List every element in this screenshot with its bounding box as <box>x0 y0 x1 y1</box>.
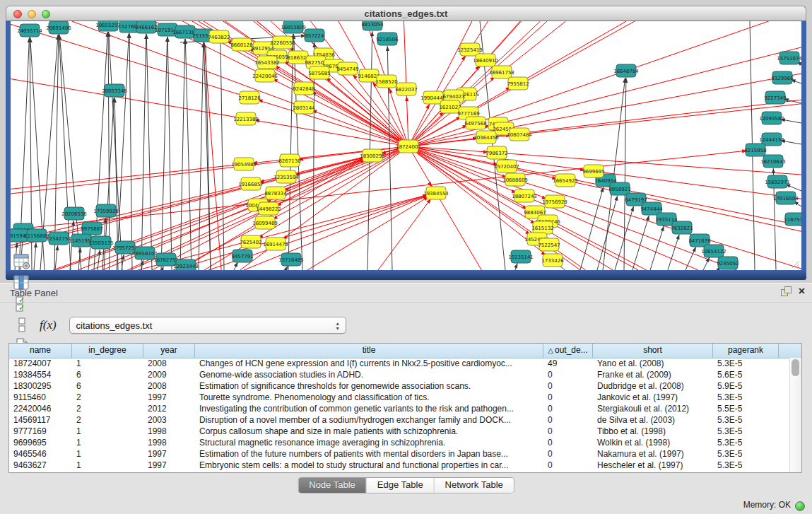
float-panel-icon[interactable] <box>781 286 792 296</box>
function-builder-icon[interactable]: f(x) <box>40 318 57 332</box>
graph-node[interactable]: 9227349 <box>764 91 786 104</box>
graph-node[interactable]: 17359928 <box>93 204 119 217</box>
graph-node[interactable]: 7632621 <box>671 221 693 234</box>
graph-node[interactable]: 2803144 <box>293 101 315 114</box>
graph-node[interactable]: 12093582 <box>759 112 784 124</box>
graph-node[interactable]: 2718126 <box>238 91 261 104</box>
graph-node[interactable]: 19054985 <box>231 158 257 170</box>
graph-node[interactable]: 10654122 <box>701 245 726 257</box>
column-header-pagerank[interactable]: pagerank <box>713 344 779 358</box>
graph-node[interactable]: 10688609 <box>502 173 528 186</box>
close-panel-icon[interactable]: × <box>799 286 805 296</box>
table-row[interactable]: 1830029562008Estimation of significance … <box>9 380 790 392</box>
column-header-name[interactable]: name <box>9 344 72 358</box>
graph-node[interactable]: 9218506 <box>376 33 399 45</box>
graph-node[interactable]: 8215958 <box>744 144 766 156</box>
graph-node[interactable]: 7625402 <box>240 235 261 248</box>
graph-node[interactable]: 9466162 <box>135 21 157 33</box>
column-header-in-degree[interactable]: in_degree <box>72 344 143 358</box>
column-header-year[interactable]: year <box>143 344 195 358</box>
tab-node-table[interactable]: Node Table <box>298 478 367 493</box>
table-row[interactable]: 977716911998Corpus callosum shape and si… <box>9 426 790 437</box>
graph-node[interactable]: 10655257 <box>95 21 121 31</box>
graph-node[interactable]: 24055714 <box>17 24 42 37</box>
table-select-combobox[interactable]: citations_edges.txt ▲▼ <box>69 317 346 334</box>
graph-node[interactable]: 12353594 <box>273 170 299 183</box>
graph-node[interactable]: 7522547 <box>538 238 560 251</box>
graph-node[interactable]: 12213389 <box>233 112 259 125</box>
graph-node[interactable]: 16914479 <box>263 238 288 250</box>
select-all-icon[interactable]: ✓✓ <box>11 293 33 315</box>
graph-node[interactable]: 15692971 <box>765 175 790 188</box>
graph-node[interactable]: 18300295 <box>360 149 385 162</box>
table-vertical-scrollbar[interactable] <box>789 358 801 472</box>
graph-node[interactable]: 9975887 <box>81 222 102 235</box>
graph-node[interactable]: 12923448 <box>173 259 199 270</box>
graph-node[interactable]: 8813054 <box>361 21 384 30</box>
graph-node[interactable]: 1167533 <box>784 213 801 226</box>
tab-network-table[interactable]: Network Table <box>435 478 514 493</box>
column-header-out-de-[interactable]: △out_de... <box>543 344 593 358</box>
graph-node[interactable]: 9245052 <box>717 257 739 269</box>
network-view-canvas[interactable]: 2405571420691406106552571527602946616210… <box>11 21 801 270</box>
table-settings-icon[interactable] <box>11 251 33 272</box>
graph-node[interactable]: 16053809 <box>281 21 306 33</box>
graph-node[interactable]: 18724007 <box>396 140 421 153</box>
graph-node[interactable]: 18640910 <box>473 54 498 66</box>
table-row[interactable]: 946554611997Estimation of the future num… <box>9 448 790 460</box>
graph-node[interactable]: 15135141 <box>508 250 534 263</box>
graph-node[interactable]: 9329966 <box>771 71 794 84</box>
network-window-titlebar[interactable]: citations_edges.txt <box>6 6 806 21</box>
graph-node[interactable]: 9699695 <box>582 165 604 177</box>
table-row[interactable]: 946362711997Embryonic stem cells: a mode… <box>9 460 790 471</box>
graph-node[interactable]: 8660128 <box>230 38 252 51</box>
scrollbar-thumb[interactable] <box>792 359 799 376</box>
graph-node[interactable]: 19756928 <box>542 195 567 208</box>
memory-status-icon[interactable] <box>795 501 805 511</box>
graph-node[interactable]: 6822037 <box>395 83 417 95</box>
graph-node[interactable]: 22260558 <box>270 36 295 49</box>
graph-node[interactable]: 15716485 <box>278 253 304 266</box>
graph-node[interactable]: 1588520 <box>375 75 397 88</box>
graph-node[interactable]: 16648784 <box>613 64 639 77</box>
graph-node[interactable]: 16654923 <box>553 174 578 187</box>
show-columns-icon[interactable] <box>11 272 33 293</box>
table-row[interactable]: 1456911722003Disruption of a novel membe… <box>9 414 790 426</box>
graph-node[interactable]: 18807243 <box>512 189 537 202</box>
graph-node[interactable]: 17016504 <box>773 192 799 204</box>
graph-node[interactable]: 8878334 <box>264 187 287 199</box>
graph-node[interactable]: 16099489 <box>252 216 278 229</box>
graph-node[interactable]: 9242848 <box>293 82 314 95</box>
graph-node[interactable]: 20364456 <box>473 131 499 144</box>
graph-node[interactable]: 12342757 <box>46 232 71 245</box>
graph-node[interactable]: 19166857 <box>238 177 264 190</box>
tab-edge-table[interactable]: Edge Table <box>367 478 435 493</box>
table-row[interactable]: 969969511998Structural magnetic resonanc… <box>9 437 790 448</box>
graph-node[interactable]: 14498222 <box>256 202 281 215</box>
canvas-resize-grip[interactable] <box>792 260 800 269</box>
graph-node[interactable]: 22420046 <box>252 69 278 82</box>
graph-node[interactable]: 857224 <box>305 29 324 42</box>
graph-node[interactable]: 7986372 <box>486 146 507 159</box>
graph-node[interactable]: 15751074 <box>777 52 801 64</box>
graph-node[interactable]: 1615132 <box>531 221 553 234</box>
graph-node[interactable]: 15720407 <box>494 160 519 173</box>
graph-node[interactable]: 6497568 <box>464 117 486 129</box>
column-header-short[interactable]: short <box>593 344 713 358</box>
table-row[interactable]: 1872400712008Changes of HCN gene express… <box>9 358 790 369</box>
graph-node[interactable]: 16543382 <box>254 56 280 69</box>
graph-node[interactable]: 16961758 <box>489 66 514 78</box>
graph-node[interactable]: 19384554 <box>423 187 449 199</box>
graph-node[interactable]: 10807484 <box>507 128 532 141</box>
graph-node[interactable]: 8454749 <box>336 62 358 75</box>
graph-node[interactable]: 20053346 <box>102 84 127 97</box>
graph-node[interactable]: 16210643 <box>760 155 786 168</box>
graph-node[interactable]: 8267130 <box>278 154 300 167</box>
graph-node[interactable]: 20206536 <box>61 207 87 220</box>
table-row[interactable]: 1938455462009Genome-wide association stu… <box>9 369 790 380</box>
table-row[interactable]: 2242004622012Investigating the contribut… <box>9 403 790 414</box>
column-header-title[interactable]: title <box>195 344 543 358</box>
graph-node[interactable]: 13505135 <box>88 236 114 249</box>
clear-selection-icon[interactable] <box>11 315 33 336</box>
graph-node[interactable]: 7955812 <box>507 77 529 90</box>
